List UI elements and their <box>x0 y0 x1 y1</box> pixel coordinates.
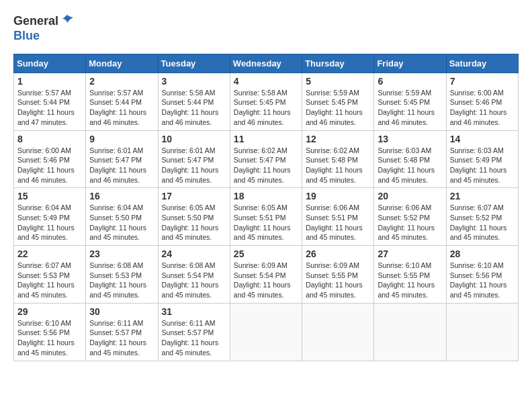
day-number: 25 <box>234 248 298 259</box>
day-info: Sunrise: 6:09 AM Sunset: 5:55 PM Dayligh… <box>306 261 370 300</box>
day-number: 15 <box>17 191 82 201</box>
day-info: Sunrise: 6:11 AM Sunset: 5:57 PM Dayligh… <box>162 318 226 358</box>
day-number: 29 <box>17 306 82 317</box>
calendar-day <box>230 303 302 361</box>
day-info: Sunrise: 6:03 AM Sunset: 5:49 PM Dayligh… <box>450 146 515 185</box>
calendar-day: 8 Sunrise: 6:00 AM Sunset: 5:46 PM Dayli… <box>14 130 86 188</box>
day-info: Sunrise: 6:10 AM Sunset: 5:55 PM Dayligh… <box>378 261 442 300</box>
day-header-wednesday: Wednesday <box>230 54 302 73</box>
calendar-day: 26 Sunrise: 6:09 AM Sunset: 5:55 PM Dayl… <box>302 246 374 304</box>
day-number: 23 <box>89 248 154 259</box>
day-number: 5 <box>306 76 370 87</box>
day-number: 10 <box>162 134 226 144</box>
day-number: 13 <box>378 134 442 144</box>
day-number: 21 <box>450 191 515 201</box>
day-info: Sunrise: 6:04 AM Sunset: 5:49 PM Dayligh… <box>17 203 82 242</box>
calendar-day: 31 Sunrise: 6:11 AM Sunset: 5:57 PM Dayl… <box>158 303 230 361</box>
calendar-day: 23 Sunrise: 6:08 AM Sunset: 5:53 PM Dayl… <box>86 246 158 304</box>
calendar-day: 19 Sunrise: 6:06 AM Sunset: 5:51 PM Dayl… <box>302 188 374 246</box>
day-number: 27 <box>378 248 442 259</box>
day-number: 14 <box>450 134 515 144</box>
day-header-sunday: Sunday <box>14 54 86 73</box>
day-info: Sunrise: 6:06 AM Sunset: 5:52 PM Dayligh… <box>378 203 442 242</box>
calendar-day <box>374 303 446 361</box>
day-header-tuesday: Tuesday <box>158 54 230 73</box>
day-number: 2 <box>89 76 154 87</box>
calendar-day: 15 Sunrise: 6:04 AM Sunset: 5:49 PM Dayl… <box>14 188 86 246</box>
day-info: Sunrise: 6:01 AM Sunset: 5:47 PM Dayligh… <box>162 146 226 185</box>
day-number: 31 <box>162 306 226 317</box>
day-number: 3 <box>162 76 226 87</box>
calendar-day <box>302 303 374 361</box>
day-info: Sunrise: 6:10 AM Sunset: 5:56 PM Dayligh… <box>17 318 82 358</box>
calendar-day: 5 Sunrise: 5:59 AM Sunset: 5:45 PM Dayli… <box>302 73 374 130</box>
day-info: Sunrise: 6:07 AM Sunset: 5:52 PM Dayligh… <box>450 203 515 242</box>
day-header-friday: Friday <box>374 54 446 73</box>
day-number: 30 <box>89 306 154 317</box>
calendar-day: 27 Sunrise: 6:10 AM Sunset: 5:55 PM Dayl… <box>374 246 446 304</box>
day-header-monday: Monday <box>86 54 158 73</box>
day-info: Sunrise: 5:58 AM Sunset: 5:44 PM Dayligh… <box>162 88 226 128</box>
day-number: 17 <box>162 191 226 201</box>
day-number: 18 <box>234 191 298 201</box>
logo-general: General <box>13 15 58 28</box>
day-info: Sunrise: 5:57 AM Sunset: 5:44 PM Dayligh… <box>17 88 82 128</box>
day-info: Sunrise: 6:09 AM Sunset: 5:54 PM Dayligh… <box>234 261 298 300</box>
day-info: Sunrise: 5:57 AM Sunset: 5:44 PM Dayligh… <box>89 88 154 128</box>
day-number: 4 <box>234 76 298 87</box>
calendar-day: 1 Sunrise: 5:57 AM Sunset: 5:44 PM Dayli… <box>14 73 86 130</box>
day-info: Sunrise: 6:08 AM Sunset: 5:53 PM Dayligh… <box>89 261 154 300</box>
calendar-day: 13 Sunrise: 6:03 AM Sunset: 5:48 PM Dayl… <box>374 130 446 188</box>
day-info: Sunrise: 6:08 AM Sunset: 5:54 PM Dayligh… <box>162 261 226 300</box>
calendar-week-row: 15 Sunrise: 6:04 AM Sunset: 5:49 PM Dayl… <box>14 188 519 246</box>
day-number: 11 <box>234 134 298 144</box>
calendar-day: 7 Sunrise: 6:00 AM Sunset: 5:46 PM Dayli… <box>446 73 518 130</box>
calendar-day: 10 Sunrise: 6:01 AM Sunset: 5:47 PM Dayl… <box>158 130 230 188</box>
calendar-table: SundayMondayTuesdayWednesdayThursdayFrid… <box>13 54 519 361</box>
day-number: 8 <box>17 134 82 144</box>
calendar-day: 17 Sunrise: 6:05 AM Sunset: 5:50 PM Dayl… <box>158 188 230 246</box>
calendar-day: 14 Sunrise: 6:03 AM Sunset: 5:49 PM Dayl… <box>446 130 518 188</box>
calendar-header-row: SundayMondayTuesdayWednesdayThursdayFrid… <box>14 54 519 73</box>
calendar-day: 28 Sunrise: 6:10 AM Sunset: 5:56 PM Dayl… <box>446 246 518 304</box>
day-info: Sunrise: 6:01 AM Sunset: 5:47 PM Dayligh… <box>89 146 154 185</box>
day-number: 22 <box>17 248 82 259</box>
calendar-week-row: 8 Sunrise: 6:00 AM Sunset: 5:46 PM Dayli… <box>14 130 519 188</box>
day-info: Sunrise: 6:05 AM Sunset: 5:50 PM Dayligh… <box>162 203 226 242</box>
day-number: 9 <box>89 134 154 144</box>
calendar-day: 24 Sunrise: 6:08 AM Sunset: 5:54 PM Dayl… <box>158 246 230 304</box>
day-info: Sunrise: 6:00 AM Sunset: 5:46 PM Dayligh… <box>450 88 515 128</box>
calendar-day: 25 Sunrise: 6:09 AM Sunset: 5:54 PM Dayl… <box>230 246 302 304</box>
day-number: 26 <box>306 248 370 259</box>
calendar-day: 11 Sunrise: 6:02 AM Sunset: 5:47 PM Dayl… <box>230 130 302 188</box>
calendar-day: 12 Sunrise: 6:02 AM Sunset: 5:48 PM Dayl… <box>302 130 374 188</box>
day-info: Sunrise: 5:59 AM Sunset: 5:45 PM Dayligh… <box>306 88 370 128</box>
calendar-day: 16 Sunrise: 6:04 AM Sunset: 5:50 PM Dayl… <box>86 188 158 246</box>
day-number: 20 <box>378 191 442 201</box>
day-info: Sunrise: 6:06 AM Sunset: 5:51 PM Dayligh… <box>306 203 370 242</box>
calendar-day: 21 Sunrise: 6:07 AM Sunset: 5:52 PM Dayl… <box>446 188 518 246</box>
day-number: 6 <box>378 76 442 87</box>
calendar-day: 9 Sunrise: 6:01 AM Sunset: 5:47 PM Dayli… <box>86 130 158 188</box>
day-info: Sunrise: 6:00 AM Sunset: 5:46 PM Dayligh… <box>17 146 82 185</box>
calendar-day: 3 Sunrise: 5:58 AM Sunset: 5:44 PM Dayli… <box>158 73 230 130</box>
day-info: Sunrise: 6:07 AM Sunset: 5:53 PM Dayligh… <box>17 261 82 300</box>
logo-bird-icon <box>60 13 75 28</box>
calendar-body: 1 Sunrise: 5:57 AM Sunset: 5:44 PM Dayli… <box>14 73 519 361</box>
day-number: 19 <box>306 191 370 201</box>
calendar-day: 20 Sunrise: 6:06 AM Sunset: 5:52 PM Dayl… <box>374 188 446 246</box>
calendar-day: 4 Sunrise: 5:58 AM Sunset: 5:45 PM Dayli… <box>230 73 302 130</box>
day-number: 16 <box>89 191 154 201</box>
calendar-day: 6 Sunrise: 5:59 AM Sunset: 5:45 PM Dayli… <box>374 73 446 130</box>
logo-blue: Blue <box>13 29 40 42</box>
page-header: General Blue <box>13 13 519 43</box>
day-number: 24 <box>162 248 226 259</box>
day-number: 28 <box>450 248 515 259</box>
day-info: Sunrise: 6:04 AM Sunset: 5:50 PM Dayligh… <box>89 203 154 242</box>
day-number: 7 <box>450 76 515 87</box>
day-info: Sunrise: 6:11 AM Sunset: 5:57 PM Dayligh… <box>89 318 154 358</box>
calendar-day: 30 Sunrise: 6:11 AM Sunset: 5:57 PM Dayl… <box>86 303 158 361</box>
calendar-week-row: 1 Sunrise: 5:57 AM Sunset: 5:44 PM Dayli… <box>14 73 519 130</box>
calendar-day: 29 Sunrise: 6:10 AM Sunset: 5:56 PM Dayl… <box>14 303 86 361</box>
calendar-day: 2 Sunrise: 5:57 AM Sunset: 5:44 PM Dayli… <box>86 73 158 130</box>
